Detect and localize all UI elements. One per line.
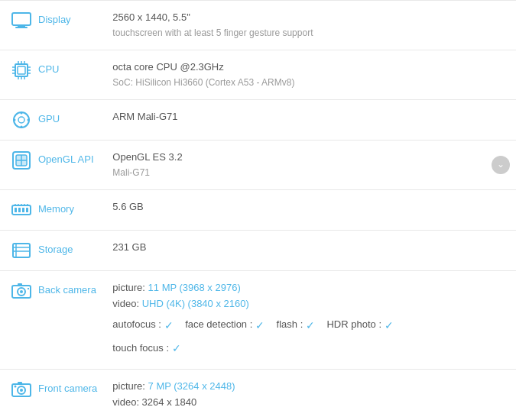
hdr-check: ✓ [385, 317, 394, 334]
svg-rect-2 [15, 27, 28, 28]
gpu-value-main: ARM Mali-G71 [112, 109, 493, 125]
svg-rect-0 [12, 13, 31, 25]
memory-row: Memory 5.6 GB [0, 189, 516, 230]
svg-point-51 [15, 386, 17, 388]
face-detection-check: ✓ [255, 317, 264, 334]
cpu-value-sub: SoC: HiSilicon Hi3660 (Cortex A53 - ARMv… [112, 76, 493, 90]
back-camera-icon [11, 280, 32, 302]
svg-point-21 [14, 118, 16, 121]
svg-rect-30 [18, 208, 21, 212]
storage-value-main: 231 GB [112, 240, 493, 256]
svg-point-20 [21, 125, 23, 128]
autofocus-label: autofocus : [112, 317, 161, 333]
svg-point-17 [14, 112, 29, 128]
svg-rect-31 [22, 208, 24, 212]
display-row: Display 2560 x 1440, 5.5" touchscreen wi… [0, 1, 516, 50]
cpu-row: CPU octa core CPU @2.3GHz SoC: HiSilicon… [0, 50, 516, 99]
back-camera-features-line1: autofocus : ✓ face detection : ✓ flash :… [112, 317, 493, 334]
svg-rect-4 [18, 66, 25, 74]
flash-check: ✓ [306, 317, 315, 334]
gpu-label: GPU [38, 109, 60, 124]
front-camera-icon [11, 379, 32, 400]
touch-focus-check: ✓ [172, 340, 181, 357]
gpu-icon [11, 109, 32, 131]
back-camera-label: Back camera [38, 280, 96, 296]
opengl-icon [11, 150, 32, 171]
front-camera-picture: picture: 7 MP (3264 x 2448) [112, 379, 493, 395]
svg-rect-50 [18, 382, 22, 385]
svg-rect-45 [18, 283, 22, 286]
cpu-value-main: octa core CPU @2.3GHz [112, 60, 493, 76]
gpu-row: GPU ARM Mali-G71 [0, 99, 516, 140]
opengl-value-sub: Mali-G71 [112, 166, 485, 180]
back-camera-picture: picture: 11 MP (3968 x 2976) [112, 280, 493, 296]
storage-row: Storage 231 GB [0, 230, 516, 270]
cpu-icon [11, 60, 32, 81]
storage-label: Storage [38, 240, 73, 255]
svg-rect-32 [26, 208, 28, 212]
flash-label: flash : [277, 317, 303, 333]
back-camera-row: Back camera picture: 11 MP (3968 x 2976)… [0, 270, 516, 369]
display-label: Display [38, 10, 71, 25]
svg-point-18 [18, 117, 24, 123]
display-icon [11, 10, 32, 31]
back-camera-features-line2: touch focus : ✓ [112, 340, 493, 357]
front-camera-label: Front camera [38, 379, 97, 394]
svg-point-19 [21, 111, 23, 114]
front-camera-row: Front camera picture: 7 MP (3264 x 2448)… [0, 370, 516, 420]
cpu-label: CPU [38, 60, 59, 75]
display-value-main: 2560 x 1440, 5.5" [112, 10, 493, 26]
hdr-label: HDR photo : [326, 317, 381, 333]
svg-point-44 [20, 290, 23, 293]
memory-label: Memory [38, 199, 74, 215]
opengl-dropdown-button[interactable]: ⌄ [492, 156, 510, 174]
storage-icon [11, 240, 32, 261]
svg-rect-29 [15, 208, 17, 212]
svg-rect-46 [28, 288, 29, 289]
front-camera-video: video: 3264 x 1840 [112, 395, 493, 411]
autofocus-check: ✓ [164, 317, 174, 334]
opengl-label: OpenGL API [38, 150, 94, 165]
svg-point-49 [20, 389, 23, 392]
face-detection-label: face detection : [185, 317, 252, 333]
memory-value-main: 5.6 GB [112, 199, 493, 215]
back-camera-video: video: UHD (4K) (3840 x 2160) [112, 296, 493, 312]
opengl-row: OpenGL API OpenGL ES 3.2 Mali-G71 ⌄ [0, 140, 516, 189]
svg-rect-1 [18, 25, 25, 27]
memory-icon [11, 199, 32, 221]
opengl-value-main: OpenGL ES 3.2 [112, 150, 485, 166]
touch-focus-label: touch focus : [112, 341, 169, 357]
svg-point-22 [28, 118, 30, 121]
display-value-sub: touchscreen with at least 5 finger gestu… [112, 26, 493, 40]
